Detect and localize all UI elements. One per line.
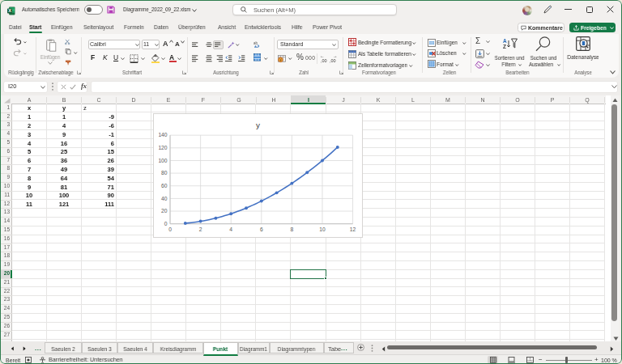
svg-text:12: 12 [350,226,356,232]
svg-text:0: 0 [164,220,168,226]
svg-text:100: 100 [158,157,167,163]
svg-text:A: A [503,38,507,44]
svg-text:80: 80 [161,170,168,176]
svg-text:2: 2 [199,226,202,232]
svg-text:40: 40 [161,195,168,201]
svg-text:6: 6 [260,226,263,232]
svg-text:ab: ab [253,41,258,45]
svg-text:X: X [8,8,11,13]
svg-text:120: 120 [158,145,167,150]
svg-text:4: 4 [229,226,232,232]
svg-text:y: y [256,120,260,129]
svg-text:,00: ,00 [330,58,336,63]
svg-text:10: 10 [319,226,326,232]
svg-text:140: 140 [158,132,167,138]
svg-text:,00: ,00 [321,58,327,63]
svg-text:20: 20 [161,208,168,214]
svg-text:60: 60 [161,183,168,188]
svg-text:Z: Z [503,44,506,49]
svg-text:8: 8 [291,226,294,232]
svg-text:0: 0 [168,226,172,232]
